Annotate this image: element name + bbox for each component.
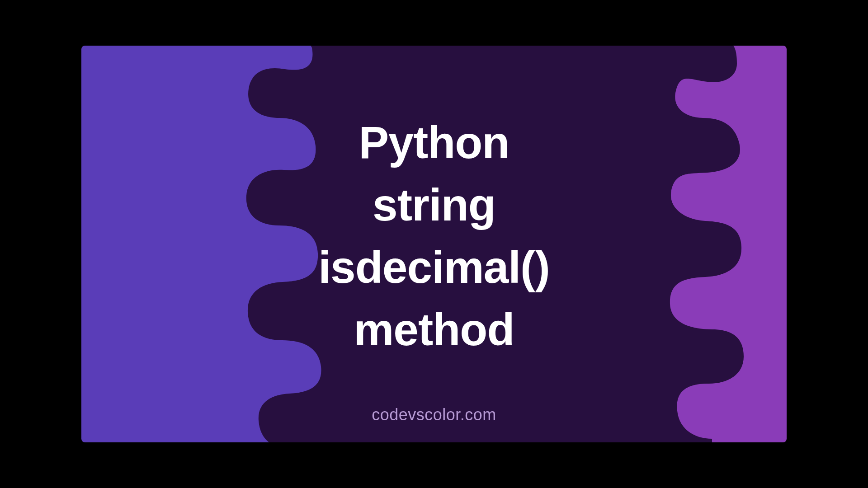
title-text: Pythonstringisdecimal()method <box>152 111 716 361</box>
promo-card: Pythonstringisdecimal()method codevscolo… <box>81 46 787 442</box>
watermark-text: codevscolor.com <box>372 405 496 424</box>
